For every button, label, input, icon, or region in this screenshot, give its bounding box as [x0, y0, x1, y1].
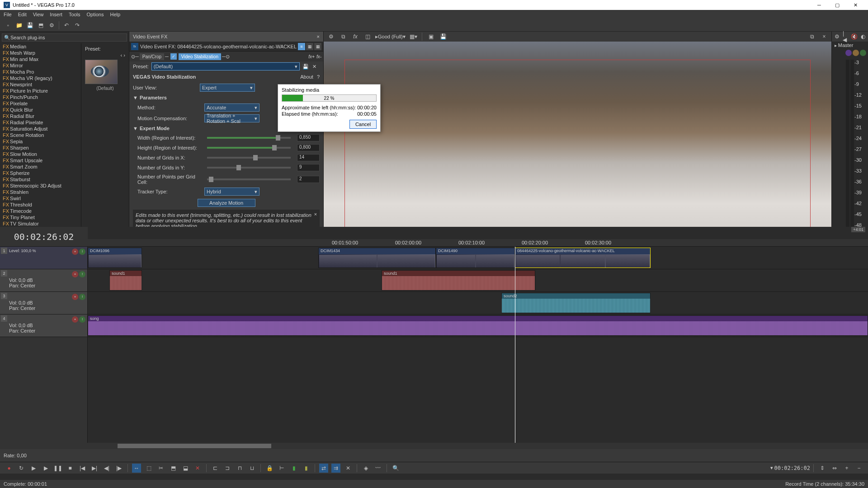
preview-viewport[interactable]: [324, 42, 831, 244]
clip-video[interactable]: DCIM1490: [436, 248, 515, 268]
split-icon[interactable]: ◫: [363, 32, 372, 41]
plugin-item[interactable]: FXMirror: [0, 62, 81, 69]
height-slider[interactable]: [207, 147, 291, 149]
skip-start-icon[interactable]: |◀: [843, 32, 848, 41]
gridy-slider[interactable]: [207, 167, 291, 169]
crossfade-icon[interactable]: ✕: [344, 464, 353, 473]
close-button[interactable]: ✕: [846, 0, 864, 10]
fx-remove-icon[interactable]: fx-: [316, 54, 321, 59]
gridx-value[interactable]: 14: [297, 154, 320, 161]
view-grid-icon[interactable]: ▦: [306, 43, 313, 50]
plugin-item[interactable]: FXMocha Pro: [0, 69, 81, 75]
plugin-item[interactable]: FXSwirl: [0, 195, 81, 202]
go-end-icon[interactable]: ▶|: [90, 464, 99, 473]
fx-float-title[interactable]: Video Event FX ×: [129, 32, 323, 42]
tool-icon[interactable]: ✂: [156, 464, 165, 473]
automation-icon[interactable]: ◈: [361, 464, 370, 473]
menu-view[interactable]: View: [33, 12, 44, 17]
gear-icon[interactable]: ⚙: [835, 32, 840, 41]
tool-icon[interactable]: ⬚: [144, 464, 153, 473]
plugin-list[interactable]: FXMedianFXMesh WarpFXMin and MaxFXMirror…: [0, 43, 81, 254]
close-icon[interactable]: ×: [317, 34, 320, 39]
timeline-ruler-area[interactable]: +4:01 00:01:50:0000:02:00:0000:02:10:000…: [88, 227, 868, 246]
plugin-item[interactable]: FXNewsprint: [0, 81, 81, 88]
plugin-item[interactable]: FXThreshold: [0, 202, 81, 208]
mute-icon[interactable]: ×: [72, 271, 78, 277]
track-header-3[interactable]: 3 Vol: 0,0 dBPan: Center ×!: [0, 292, 87, 314]
menu-options[interactable]: Options: [87, 12, 104, 17]
redo-icon[interactable]: ↷: [73, 21, 82, 30]
zoom-height-icon[interactable]: ⇕: [818, 464, 827, 473]
marker-icon[interactable]: ▮: [289, 464, 298, 473]
chevron-left-icon[interactable]: ‹: [121, 52, 123, 58]
help-icon[interactable]: ?: [317, 74, 320, 80]
fx-add-icon[interactable]: fx+: [308, 54, 315, 59]
gridy-value[interactable]: 9: [297, 164, 320, 171]
minimize-button[interactable]: ─: [810, 0, 828, 10]
insert-fx-icon[interactable]: [845, 50, 852, 56]
playhead[interactable]: [515, 247, 515, 443]
trim-icon[interactable]: ⊓: [235, 464, 244, 473]
solo-icon[interactable]: !: [79, 271, 85, 277]
track-header-1[interactable]: 1 Level: 100,0 % ×!: [0, 247, 87, 269]
userview-select[interactable]: Expert▾: [200, 84, 255, 92]
plugin-item[interactable]: FXStrahlen: [0, 189, 81, 195]
external-icon[interactable]: ⧉: [339, 32, 348, 41]
solo-icon[interactable]: !: [79, 294, 85, 300]
prev-frame-icon[interactable]: ◀|: [102, 464, 111, 473]
maximize-button[interactable]: ▢: [828, 0, 846, 10]
loop-icon[interactable]: ↻: [17, 464, 26, 473]
zoom-out-icon[interactable]: −: [854, 464, 863, 473]
go-start-icon[interactable]: |◀: [78, 464, 87, 473]
cursor-timecode[interactable]: 00:02:26:02: [774, 465, 810, 471]
menu-help[interactable]: Help: [110, 12, 120, 17]
view-grid2-icon[interactable]: ▦: [314, 43, 321, 50]
mute-icon[interactable]: ×: [72, 294, 78, 300]
preset-dropdown[interactable]: (Default)▾: [151, 62, 300, 70]
chain-handle-icon[interactable]: ⊙─: [131, 54, 139, 60]
open-icon[interactable]: 📁: [14, 21, 24, 30]
points-slider[interactable]: [207, 178, 291, 180]
new-icon[interactable]: ▫: [4, 21, 13, 30]
chain-enable-checkbox[interactable]: ✓: [170, 53, 177, 60]
gridx-slider[interactable]: [207, 157, 291, 159]
next-frame-icon[interactable]: |▶: [114, 464, 123, 473]
ripple-icon[interactable]: ⇄: [319, 464, 328, 473]
width-value[interactable]: 0,850: [297, 134, 320, 141]
plugin-item[interactable]: FXMesh Warp: [0, 50, 81, 56]
solo-icon[interactable]: !: [79, 316, 85, 323]
about-link[interactable]: About: [300, 74, 313, 80]
clip-audio[interactable]: sound2: [501, 293, 651, 313]
clip-audio[interactable]: song: [88, 315, 868, 336]
track-level[interactable]: Level: 100,0 %: [9, 249, 65, 253]
plugin-item[interactable]: FXStereoscopic 3D Adjust: [0, 183, 81, 189]
clip-audio[interactable]: sound1: [382, 270, 535, 291]
close-icon[interactable]: ×: [820, 32, 829, 41]
plugin-item[interactable]: FXRadial Blur: [0, 113, 81, 119]
play-icon[interactable]: ▶: [41, 464, 50, 473]
plugin-item[interactable]: FXTimecode: [0, 208, 81, 214]
plugin-item[interactable]: FXQuick Blur: [0, 107, 81, 113]
plugin-item[interactable]: FXMedian: [0, 43, 81, 50]
menu-insert[interactable]: Insert: [50, 12, 62, 17]
mute-icon[interactable]: [853, 50, 859, 56]
plugin-item[interactable]: FXSpherize: [0, 170, 81, 176]
timecode-display[interactable]: 00:02:26:02: [0, 227, 88, 246]
plugin-item[interactable]: FXTiny Planet: [0, 214, 81, 221]
trim-icon[interactable]: ⊔: [247, 464, 256, 473]
trim-icon[interactable]: ⊐: [223, 464, 232, 473]
tool-icon[interactable]: ⬒: [169, 464, 178, 473]
plugin-item[interactable]: FXMocha VR (legacy): [0, 75, 81, 81]
delete-preset-icon[interactable]: ✕: [312, 64, 320, 70]
clip-audio[interactable]: sound1: [109, 270, 142, 291]
width-slider[interactable]: [207, 137, 291, 139]
normal-edit-icon[interactable]: ↔: [132, 464, 141, 473]
zoom-icon[interactable]: 🔍: [391, 464, 400, 473]
stop-icon[interactable]: ■: [66, 464, 75, 473]
clip-video-selected[interactable]: 084464225-volcano-geothermal-volcanic-ac…: [515, 248, 651, 268]
motion-select[interactable]: Translation + Rotation + Scal▾: [204, 114, 259, 122]
plugin-item[interactable]: FXSmart Zoom: [0, 164, 81, 170]
lock-icon[interactable]: 🔒: [265, 464, 274, 473]
pause-icon[interactable]: ❚❚: [53, 464, 62, 473]
plugin-item[interactable]: FXMin and Max: [0, 56, 81, 62]
